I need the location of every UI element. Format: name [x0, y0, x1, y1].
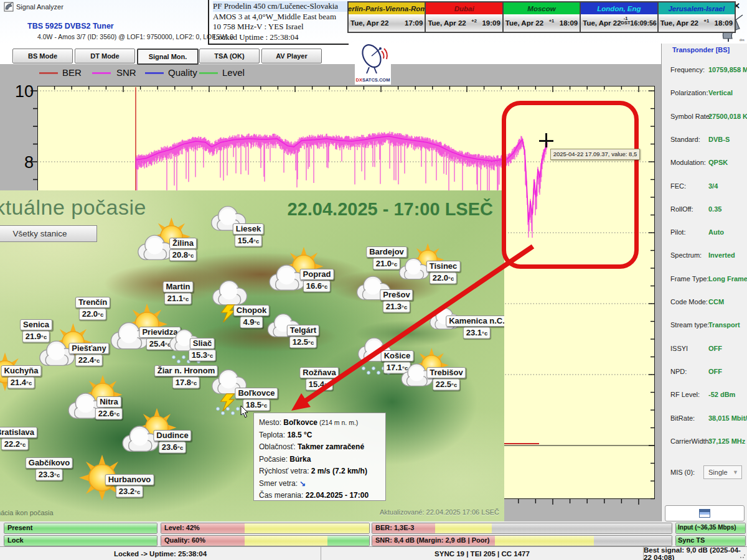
- map-datetime: 22.04.2025 - 17:00 LSEČ: [288, 199, 493, 220]
- city-name-bratislava[interactable]: Bratislava: [0, 427, 37, 438]
- station-tooltip-row-5: Smer vetra: ↘: [259, 478, 380, 490]
- tp-label-10: Code Mode:: [670, 298, 708, 306]
- rain-dot: [177, 360, 181, 363]
- y-axis-label-10: 10: [5, 82, 34, 101]
- tp-label-3: Standard:: [670, 136, 700, 143]
- antenna-info-block: PF Prodelin 450 cm/Lučenec-SlovakiaAMOS …: [213, 1, 349, 42]
- city-name-martin[interactable]: Martin: [163, 281, 194, 292]
- mis-value: Single: [704, 469, 733, 476]
- crosshair-icon-v: [545, 133, 547, 147]
- rain-dot: [362, 366, 365, 370]
- city-name-trebi-ov[interactable]: Trebišov: [426, 367, 466, 378]
- tp-value-6: 0.35: [708, 205, 721, 213]
- tab-signal-mon-[interactable]: Signal Mon.: [137, 49, 199, 65]
- clock-time-row: Tue, Apr 22+118:09: [504, 14, 580, 32]
- clock-4: Jerusalem-IsraelTue, Apr 22+118:09: [659, 2, 735, 32]
- ber-bar: [372, 523, 672, 534]
- station-tooltip-row-4: Rýchlosť vetra: 2 m/s (7.2 km/h): [259, 465, 380, 478]
- tab-av-player[interactable]: AV Player: [261, 49, 322, 63]
- chart-tooltip: 2025-04-22 17.09.37, value: 8,5: [550, 149, 640, 160]
- tp-label-2: Symbol Rate:: [670, 113, 712, 120]
- clock-offset: -1DST: [621, 16, 631, 25]
- map-title: Aktuálne počasie: [0, 195, 146, 220]
- city-temp: 23.2°c: [116, 486, 143, 498]
- city-name-bo-kovce[interactable]: Boľkovce: [235, 388, 278, 399]
- tp-label-9: Frame Type:: [670, 275, 709, 282]
- tp-label-12: ISSYI: [670, 345, 688, 352]
- tp-label-11: Stream type:: [670, 321, 709, 329]
- clock-date: Tue, Apr 22: [660, 19, 698, 27]
- svg-text:dxs: dxs: [740, 38, 745, 42]
- city-temp: 21.3°c: [383, 301, 410, 313]
- clock-city: Moscow: [504, 2, 580, 14]
- tp-label-13: NPD:: [670, 368, 687, 375]
- info-line-0: PF Prodelin 450 cm/Lučenec-Slovakia: [213, 1, 349, 12]
- city-temp: 23.6°c: [159, 442, 186, 454]
- app-icon: [4, 2, 14, 12]
- tp-value-13: OFF: [708, 368, 722, 375]
- tuner-title: TBS 5925 DVBS2 Tuner: [27, 22, 114, 30]
- clock-time: 17:09: [405, 19, 423, 27]
- city-name-pie-any[interactable]: Piešťany: [68, 343, 109, 354]
- legend-label-ber: BER: [62, 67, 82, 78]
- city-temp: 23.3°c: [35, 469, 63, 481]
- legend-label-quality: Quality: [168, 67, 197, 78]
- tab-tsa-ok-[interactable]: TSA (OK): [199, 49, 260, 63]
- city-temp: 22.4°c: [75, 355, 103, 366]
- rain-dot: [221, 411, 225, 415]
- clock-time: 16:09:56: [631, 19, 657, 27]
- city-temp: 16.6°c: [303, 281, 331, 292]
- map-attribution-left: Informácia ikon počasia: [0, 509, 54, 516]
- city-name-slia-[interactable]: Sliač: [190, 338, 215, 349]
- info-line-2: 10 758 MHz-V : YES Israel: [213, 22, 349, 32]
- tp-label-8: Spectrum:: [670, 251, 702, 259]
- city-name--ilina[interactable]: Žilina: [169, 238, 197, 249]
- tp-label-5: FEC:: [670, 182, 686, 190]
- city-name-kuchy-a[interactable]: Kuchyňa: [1, 365, 42, 376]
- legend-line-quality: [145, 72, 164, 74]
- snr-label: SNR: 8,4 dB (Margin: 2,9 dB | Poor): [375, 535, 489, 545]
- city-name-tisinec[interactable]: Tisinec: [426, 261, 461, 272]
- weather-map: Aktuálne počasie 22.04.2025 - 17:00 LSEČ…: [0, 190, 504, 521]
- city-name-liesek[interactable]: Liesek: [233, 223, 264, 235]
- city-name-kamenica-n-c-[interactable]: Kamenica n.C.: [446, 315, 504, 327]
- city-name-tren-n[interactable]: Trenčín: [75, 297, 110, 308]
- clock-offset: +1: [698, 19, 715, 23]
- clock-time: 18:09: [715, 19, 733, 27]
- lock-bar: [4, 535, 157, 546]
- tab-dt-mode[interactable]: DT Mode: [75, 49, 135, 63]
- present-label: Present: [7, 523, 32, 533]
- clock-time: 19:09: [482, 19, 500, 27]
- station-tooltip-row-0: Mesto: Boľkovce (214 m n. m.): [259, 417, 380, 429]
- city-name-hurbanovo[interactable]: Hurbanovo: [105, 474, 154, 485]
- rain-dot: [226, 407, 230, 411]
- tp-value-8: Inverted: [708, 251, 735, 259]
- dxsatcs-logo-text: DXSATCS.COM: [355, 77, 391, 83]
- clock-time-row: Tue, Apr 22-1DST16:09:56: [581, 14, 657, 32]
- clock-date: Tue, Apr 22: [350, 19, 388, 27]
- city-temp: 22.0°c: [79, 309, 106, 320]
- all-stations-button[interactable]: Všetky stanice: [0, 225, 97, 242]
- tp-value-5: 3/4: [708, 182, 718, 190]
- resize-grip[interactable]: [740, 553, 746, 559]
- panel-bottom-button[interactable]: [665, 505, 745, 521]
- city-name-ro-ava[interactable]: Rožňava: [299, 367, 339, 378]
- dxsatcs-dish-icon: [355, 41, 390, 75]
- city-temp: 15.4°c: [235, 235, 262, 247]
- tp-value-4: QPSK: [708, 159, 728, 166]
- city-name-pre-ov[interactable]: Prešov: [380, 289, 413, 301]
- tp-label-16: CarrierWidth:: [670, 437, 711, 445]
- tp-label-4: Modulation:: [670, 159, 706, 166]
- ber-label: BER: 1,3E-3: [375, 523, 414, 533]
- tp-label-14: RF Level:: [670, 391, 700, 398]
- city-name-gab-kovo[interactable]: Gabčíkovo: [26, 457, 73, 469]
- tuner-subtitle: 4.0W - Amos 3/7 (ID: 3560) @ LOF1: 97500…: [37, 33, 233, 40]
- mis-dropdown[interactable]: Single ▼: [703, 465, 742, 479]
- clock-0: Berlin-Paris-Vienna-RomaTue, Apr 2217:09: [349, 2, 426, 32]
- city-name-poprad[interactable]: Poprad: [300, 269, 334, 280]
- station-tooltip-row-2: Oblačnosť: Takmer zamračené: [259, 441, 380, 454]
- tp-value-10: CCM: [708, 298, 724, 306]
- tab-bs-mode[interactable]: BS Mode: [12, 49, 73, 63]
- city-name-dudince[interactable]: Dudince: [153, 430, 191, 441]
- city-name-telg-rt[interactable]: Telgárt: [287, 325, 319, 336]
